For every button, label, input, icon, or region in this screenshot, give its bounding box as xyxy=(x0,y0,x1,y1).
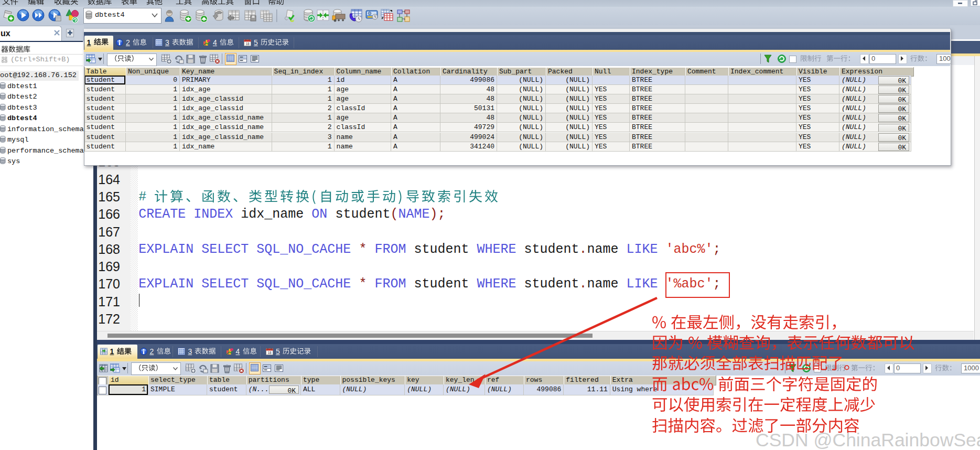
svg-text:18: 18 xyxy=(245,41,250,45)
svg-text:18: 18 xyxy=(267,351,272,355)
